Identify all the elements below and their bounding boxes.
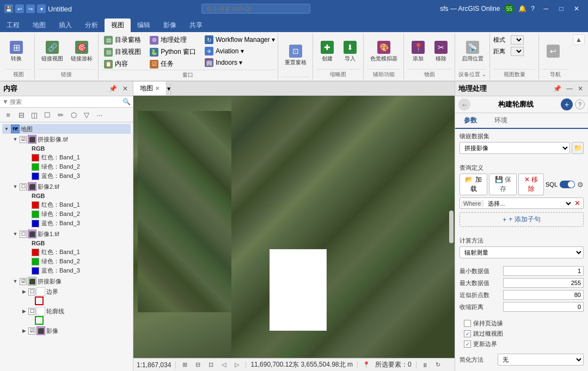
geo-simplify-select[interactable]: 无 (498, 354, 584, 366)
pan-right-icon[interactable]: ▷ (232, 361, 241, 369)
expand-imagery[interactable]: ▶ (21, 327, 27, 334)
pin-button[interactable]: 📌 (107, 84, 119, 93)
search-icon[interactable]: 🔍 (122, 98, 131, 106)
check-image1-tif[interactable]: ☐ (20, 231, 27, 238)
map-scroll-indicator[interactable] (449, 211, 454, 243)
more-icon[interactable]: ▾ (37, 4, 46, 13)
content-close-button[interactable]: ✕ (121, 84, 130, 93)
check-mosaic-tif[interactable]: ☑ (20, 136, 27, 143)
geo-approx-input[interactable] (503, 290, 584, 300)
map-view[interactable] (133, 96, 455, 358)
link-cursor-button[interactable]: 🎯 链接游标 (68, 39, 96, 64)
zoom-icon[interactable]: ⊞ (180, 361, 189, 369)
tree-row-image1-tif[interactable]: ▼ ☐ ⬛ 影像1.tif (11, 229, 130, 239)
tree-row-boundary[interactable]: ▶ ☐ 边界 (20, 287, 128, 296)
filter-button[interactable]: ▽ (81, 109, 93, 121)
convert-button[interactable]: ⊞ 转换 (5, 39, 27, 64)
tree-row-map[interactable]: ▼ 🗺 地图 (2, 124, 131, 134)
geo-shrink-input[interactable] (503, 302, 584, 312)
add-surface-button[interactable]: 📍 添加 (407, 39, 429, 64)
geo-checkbox-overview[interactable]: ✓ (464, 330, 471, 337)
tab-insert[interactable]: 插入 (52, 18, 78, 32)
expand-mosaic-group[interactable]: ▼ (12, 278, 19, 285)
enable-location-button[interactable]: 📡 启用位置 (458, 39, 487, 64)
catalog-view-button[interactable]: ▤ 目视视图 (102, 46, 143, 58)
help-icon[interactable]: ? (531, 5, 535, 13)
aviation-button[interactable]: ✈ Aviation ▾ (203, 46, 277, 57)
geoprocessing-button[interactable]: ⚙ 地理处理 (148, 34, 198, 46)
geo-min-input[interactable] (503, 266, 584, 276)
geo-add-clause-button[interactable]: + + 添加子句 (460, 212, 584, 227)
source-button[interactable]: ◫ (28, 109, 40, 121)
reset-button[interactable]: ⊡ 重置窗格 (281, 43, 310, 68)
query-settings-button[interactable]: ⚙ (577, 181, 584, 189)
check-image2-tif[interactable]: ☐ (20, 183, 27, 190)
command-search[interactable] (201, 4, 310, 14)
tree-row-mosaic-group[interactable]: ▼ ☑ ⬛ 拼接影像 (11, 276, 130, 286)
check-imagery[interactable]: ☑ (28, 327, 35, 335)
geo-max-input[interactable] (503, 278, 584, 288)
import-button[interactable]: ⬇ 导入 (339, 39, 361, 64)
geo-tab-env[interactable]: 环境 (486, 113, 516, 128)
geo-calc-select[interactable]: 辐射测量 (460, 246, 584, 258)
content-search-input[interactable] (10, 98, 121, 105)
create-button[interactable]: ✚ 创建 (316, 39, 338, 64)
redo-icon[interactable]: ↪ (26, 4, 35, 13)
geo-raster-select[interactable]: 拼接影像 (460, 142, 570, 154)
geo-close-button[interactable]: ✕ (576, 84, 585, 93)
mode-select[interactable] (511, 35, 524, 45)
map-tab-dropdown[interactable]: ▾ (167, 83, 171, 95)
link-view-button[interactable]: 🔗 链接视图 (38, 39, 66, 64)
content-button[interactable]: 📋 内容 (102, 58, 143, 70)
map-tab-close-button[interactable]: ✕ (155, 85, 160, 91)
more-tools-button[interactable]: ··· (94, 109, 106, 121)
gps-icon[interactable]: 📍 (362, 361, 371, 369)
pause-icon[interactable]: ⏸ (421, 361, 430, 369)
tasks-button[interactable]: ☑ 任务 (148, 58, 198, 70)
tree-row-imagery[interactable]: ▶ ☑ ⬛ 影像 (20, 326, 128, 336)
expand-image2-tif[interactable]: ▼ (12, 183, 19, 190)
expand-outline[interactable]: ▶ (21, 308, 27, 314)
expand-boundary[interactable]: ▶ (21, 288, 27, 295)
tab-imagery[interactable]: 影像 (157, 18, 183, 32)
tree-row-outline[interactable]: ▶ ☐ 轮廓线 (20, 306, 128, 316)
tree-row-image2-tif[interactable]: ▼ ☐ ⬛ 影像2.tif (11, 182, 130, 191)
geo-help-button[interactable]: ? (575, 100, 585, 109)
check-boundary[interactable]: ☐ (28, 288, 35, 295)
tab-view[interactable]: 视图 (105, 18, 131, 32)
workflow-button[interactable]: ↻ Workflow Manager ▾ (203, 34, 277, 45)
expand-image1-tif[interactable]: ▼ (12, 231, 19, 237)
geo-where-remove-button[interactable]: ✕ (573, 199, 582, 207)
geo-tab-params[interactable]: 参数 (455, 113, 486, 129)
geo-back-button[interactable]: ← (458, 98, 470, 110)
maximize-button[interactable]: □ (554, 3, 568, 14)
tab-share[interactable]: 共享 (183, 18, 209, 32)
color-sim-button[interactable]: 🎨 色觉模拟器 (367, 39, 401, 64)
map-tab-map[interactable]: 地图 ✕ (133, 82, 167, 95)
pan-left-icon[interactable]: ◁ (219, 361, 228, 369)
expand-map[interactable]: ▼ (3, 126, 10, 132)
remove-surface-button[interactable]: ✂ 移除 (430, 39, 452, 64)
selection-button[interactable]: ☐ (41, 109, 53, 121)
geo-pin-button[interactable]: 📌 (552, 84, 563, 93)
geo-raster-browse-button[interactable]: 📁 (572, 142, 584, 154)
close-button[interactable]: ✕ (569, 3, 584, 14)
zoom-out-icon[interactable]: ⊟ (193, 361, 202, 369)
tab-map[interactable]: 地图 (26, 18, 52, 32)
list-view-button[interactable]: ≡ (2, 109, 14, 121)
geo-checkbox-update[interactable]: ✓ (464, 341, 471, 348)
geo-add-to-favorites[interactable]: + (561, 98, 573, 110)
indoors-button[interactable]: 🏢 Indoors ▾ (203, 57, 277, 68)
minimize-button[interactable]: ─ (539, 3, 553, 14)
refresh-icon[interactable]: ↻ (434, 361, 443, 369)
geo-minimize-button[interactable]: — (565, 84, 574, 93)
nav-prev-button[interactable]: ↩ (542, 43, 564, 60)
ribbon-collapse-button[interactable]: ▲ (573, 34, 585, 45)
undo-icon[interactable]: ↩ (15, 4, 24, 13)
tab-analysis[interactable]: 分析 (78, 18, 105, 32)
bell-icon[interactable]: 🔔 (518, 5, 526, 13)
save-icon[interactable]: 💾 (4, 4, 13, 13)
full-extent-icon[interactable]: ⊡ (206, 361, 215, 369)
catalog-pane-button[interactable]: ▤ 目录窗格 (102, 34, 143, 46)
geo-checkbox-boundary[interactable] (464, 320, 471, 327)
